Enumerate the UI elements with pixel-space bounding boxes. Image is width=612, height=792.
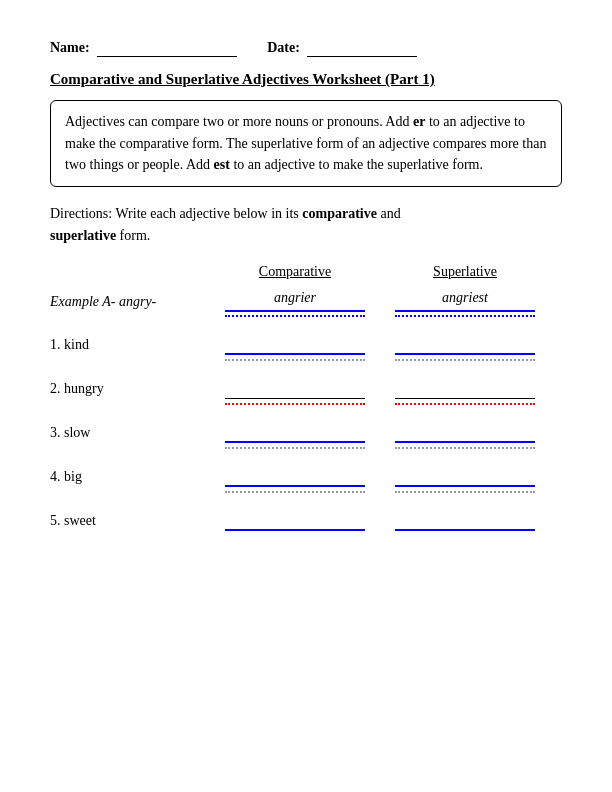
item-2-group: 2. hungry bbox=[50, 371, 562, 405]
item-1-word: kind bbox=[64, 337, 89, 352]
item-3-sup-line bbox=[395, 441, 535, 443]
item-1-dot-row bbox=[210, 359, 562, 361]
item-1-sup-line bbox=[395, 353, 535, 355]
item-5-number: 5. bbox=[50, 513, 64, 528]
item-4-comp-col bbox=[210, 483, 380, 487]
item-3-row: 3. slow bbox=[50, 415, 562, 443]
item-5-group: 5. sweet bbox=[50, 503, 562, 531]
example-dot-line-sup bbox=[395, 315, 535, 317]
item-4-group: 4. big bbox=[50, 459, 562, 493]
info-er: er bbox=[413, 114, 425, 129]
item-2-comp-col bbox=[210, 397, 380, 399]
example-superlative-text: angriest bbox=[442, 290, 488, 306]
item-5-comp-col bbox=[210, 527, 380, 531]
info-box: Adjectives can compare two or more nouns… bbox=[50, 100, 562, 187]
item-3-number: 3. bbox=[50, 425, 64, 440]
item-1-row: 1. kind bbox=[50, 327, 562, 355]
item-4-dot-sup bbox=[395, 491, 535, 493]
info-text-1: Adjectives can compare two or more nouns… bbox=[65, 114, 413, 129]
superlative-header: Superlative bbox=[380, 264, 550, 280]
item-3-dot-sup bbox=[395, 447, 535, 449]
example-dot-row bbox=[210, 315, 562, 317]
item-3-word: slow bbox=[64, 425, 90, 440]
item-3-comp-line bbox=[225, 441, 365, 443]
example-comparative-text: angrier bbox=[274, 290, 316, 306]
header-row: Name: Date: bbox=[50, 40, 562, 57]
item-2-number: 2. bbox=[50, 381, 64, 396]
example-dot-line-comp bbox=[225, 315, 365, 317]
item-5-sup-line bbox=[395, 529, 535, 531]
item-1-dot-comp bbox=[225, 359, 365, 361]
item-2-sup-line bbox=[395, 397, 535, 399]
example-row: Example A- angry- angrier angriest bbox=[50, 284, 562, 312]
directions-bold-1: comparative bbox=[302, 206, 377, 221]
item-1-label: 1. kind bbox=[50, 337, 210, 355]
item-4-word: big bbox=[64, 469, 82, 484]
directions-text-1: Directions: Write each adjective below i… bbox=[50, 206, 302, 221]
item-5-sup-col bbox=[380, 527, 550, 531]
example-comparative-col: angrier bbox=[210, 290, 380, 312]
item-2-sup-col bbox=[380, 397, 550, 399]
item-1-comp-col bbox=[210, 351, 380, 355]
example-superlative-col: angriest bbox=[380, 290, 550, 312]
comparative-header: Comparative bbox=[210, 264, 380, 280]
item-5-row: 5. sweet bbox=[50, 503, 562, 531]
item-3-dot-row bbox=[210, 447, 562, 449]
item-4-dot-comp bbox=[225, 491, 365, 493]
item-5-comp-line bbox=[225, 529, 365, 531]
item-3-label: 3. slow bbox=[50, 425, 210, 443]
item-4-comp-line bbox=[225, 485, 365, 487]
directions-bold-2: superlative bbox=[50, 228, 116, 243]
item-4-row: 4. big bbox=[50, 459, 562, 487]
example-label: Example A- angry- bbox=[50, 294, 210, 312]
worksheet-title: Comparative and Superlative Adjectives W… bbox=[50, 71, 562, 88]
item-1-number: 1. bbox=[50, 337, 64, 352]
example-comparative-line bbox=[225, 310, 365, 312]
item-2-dot-comp bbox=[225, 403, 365, 405]
item-1-sup-col bbox=[380, 351, 550, 355]
item-2-word: hungry bbox=[64, 381, 104, 396]
item-2-dot-sup bbox=[395, 403, 535, 405]
item-3-group: 3. slow bbox=[50, 415, 562, 449]
item-2-label: 2. hungry bbox=[50, 381, 210, 399]
date-line bbox=[307, 40, 417, 57]
item-1-dot-sup bbox=[395, 359, 535, 361]
item-5-label: 5. sweet bbox=[50, 513, 210, 531]
item-4-sup-line bbox=[395, 485, 535, 487]
example-superlative-line bbox=[395, 310, 535, 312]
item-4-dot-row bbox=[210, 491, 562, 493]
columns-header: Comparative Superlative bbox=[210, 264, 562, 280]
item-3-dot-comp bbox=[225, 447, 365, 449]
directions: Directions: Write each adjective below i… bbox=[50, 203, 562, 246]
info-text-3: to an adjective to make the superlative … bbox=[230, 157, 483, 172]
item-3-sup-col bbox=[380, 439, 550, 443]
item-4-number: 4. bbox=[50, 469, 64, 484]
item-1-comp-line bbox=[225, 353, 365, 355]
item-2-row: 2. hungry bbox=[50, 371, 562, 399]
item-1-group: 1. kind bbox=[50, 327, 562, 361]
item-2-dot-row bbox=[210, 403, 562, 405]
name-label: Name: bbox=[50, 40, 90, 55]
name-line bbox=[97, 40, 237, 57]
info-est: est bbox=[214, 157, 230, 172]
item-4-sup-col bbox=[380, 483, 550, 487]
item-2-comp-line bbox=[225, 397, 365, 399]
item-4-label: 4. big bbox=[50, 469, 210, 487]
item-5-word: sweet bbox=[64, 513, 96, 528]
item-3-comp-col bbox=[210, 439, 380, 443]
date-label: Date: bbox=[267, 40, 300, 55]
